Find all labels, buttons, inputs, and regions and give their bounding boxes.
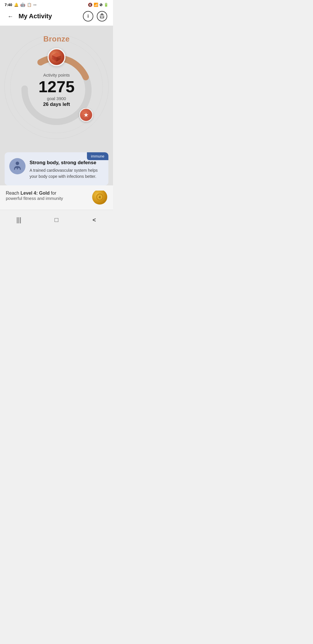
recent-apps-button[interactable]: ||| bbox=[13, 214, 25, 226]
clipboard-icon: 📋 bbox=[27, 3, 32, 7]
next-level-subtext: powerful fitness and immunity bbox=[6, 196, 63, 201]
next-level-name: Level 4: Gold bbox=[21, 191, 50, 196]
next-level-section: 4 Reach Level 4: Gold for powerful fitne… bbox=[0, 185, 113, 210]
battery-icon: 🔋 bbox=[104, 3, 108, 7]
card-badge: immune bbox=[87, 152, 108, 160]
svg-point-10 bbox=[16, 162, 19, 165]
top-nav: ← My Activity i bbox=[0, 8, 113, 26]
share-icon bbox=[100, 13, 104, 19]
card-description: A trained cardiovascular system helps yo… bbox=[30, 167, 104, 180]
share-button[interactable] bbox=[97, 11, 107, 21]
recent-apps-icon: ||| bbox=[16, 216, 21, 224]
more-icon: ··· bbox=[33, 3, 37, 7]
svg-text:4: 4 bbox=[99, 195, 101, 199]
days-left-text: 26 days left bbox=[28, 102, 85, 107]
info-button[interactable]: i bbox=[83, 11, 93, 21]
gem-badge bbox=[48, 48, 65, 66]
card-icon bbox=[9, 158, 26, 174]
info-icon: i bbox=[88, 14, 89, 19]
ring-container: Activity points 1275 goal 3900 26 days l… bbox=[16, 49, 97, 131]
person-icon bbox=[13, 161, 22, 171]
activity-points-value: 1275 bbox=[28, 79, 85, 95]
gold-coin: 4 bbox=[92, 191, 107, 205]
status-time: 7:40 bbox=[5, 3, 12, 7]
info-card: immune Strong body, strong defense A tra… bbox=[5, 152, 108, 185]
nav-right: i bbox=[83, 11, 107, 21]
block-icon: ⊘ bbox=[99, 3, 103, 7]
next-level-pretext: Reach bbox=[6, 191, 21, 196]
back-button-nav[interactable]: < bbox=[88, 214, 100, 226]
bottom-nav: ||| □ < bbox=[0, 210, 113, 231]
status-left: 7:40 🔔 🤖 📋 ··· bbox=[5, 2, 37, 7]
ring-section: Bronze bbox=[0, 26, 113, 148]
card-text: Strong body, strong defense A trained ca… bbox=[30, 158, 104, 180]
status-right: 🔇 📶 ⊘ 🔋 bbox=[88, 3, 108, 7]
page-title: My Activity bbox=[19, 12, 52, 20]
wifi-icon: 📶 bbox=[94, 3, 98, 7]
home-icon: □ bbox=[54, 216, 58, 224]
main-content: Bronze bbox=[0, 26, 113, 210]
back-arrow-icon: ← bbox=[8, 13, 13, 20]
nav-left: ← My Activity bbox=[6, 12, 52, 21]
notification-icon: 🔔 bbox=[14, 3, 19, 7]
gold-medal-icon: 4 bbox=[96, 193, 104, 201]
activity-points-label: Activity points bbox=[28, 73, 85, 77]
star-icon: ★ bbox=[83, 111, 89, 118]
card-title: Strong body, strong defense bbox=[30, 160, 104, 166]
next-level-posttext: for bbox=[50, 191, 56, 196]
mute-icon: 🔇 bbox=[88, 3, 92, 7]
back-nav-icon: < bbox=[92, 217, 96, 223]
ring-center: Activity points 1275 goal 3900 26 days l… bbox=[28, 73, 85, 107]
gem-icon bbox=[51, 51, 62, 63]
goal-text: goal 3900 bbox=[28, 96, 85, 101]
back-button[interactable]: ← bbox=[6, 12, 15, 21]
star-badge: ★ bbox=[79, 108, 93, 122]
status-bar: 7:40 🔔 🤖 📋 ··· 🔇 📶 ⊘ 🔋 bbox=[0, 0, 113, 8]
home-button[interactable]: □ bbox=[51, 214, 62, 226]
android-icon: 🤖 bbox=[20, 2, 25, 7]
